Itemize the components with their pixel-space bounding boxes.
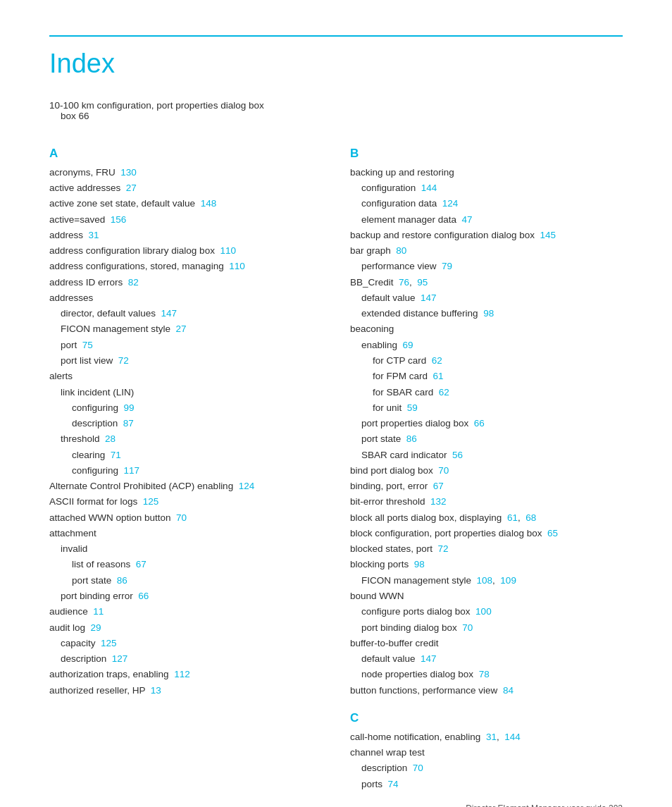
entry-configuring-threshold: configuring 117 bbox=[49, 463, 322, 479]
entry-ascii: ASCII format for logs 125 bbox=[49, 494, 322, 510]
entry-element-mgr-data: element manager data 47 bbox=[350, 212, 623, 228]
entry-channel-description: description 70 bbox=[350, 760, 623, 776]
entry-ctp-card: for CTP card 62 bbox=[350, 353, 623, 369]
entry-threshold: threshold 28 bbox=[49, 431, 322, 447]
entry-beaconing: beaconing bbox=[350, 321, 623, 337]
entry-backup-restore: backup and restore configuration dialog … bbox=[350, 228, 623, 243]
entry-fpm-card: for FPM card 61 bbox=[350, 369, 623, 384]
right-column: B backing up and restoring configuration… bbox=[350, 134, 623, 792]
section-a-header: A bbox=[49, 147, 322, 161]
entry-capacity: capacity 125 bbox=[49, 636, 322, 651]
entry-sbar-card: for SBAR card 62 bbox=[350, 385, 623, 400]
entry-bind-port: bind port dialog box 70 bbox=[350, 463, 623, 479]
entry-channel-wrap: channel wrap test bbox=[350, 745, 623, 760]
entry-port-state: port state 86 bbox=[49, 573, 322, 589]
section-b-header: B bbox=[350, 147, 623, 161]
entry-lin: link incident (LIN) bbox=[49, 385, 322, 400]
entry-active-zone: active zone set state, default value 148 bbox=[49, 196, 322, 211]
entry-address-configs: address configurations, stored, managing… bbox=[49, 259, 322, 274]
entry-director-default: director, default values 147 bbox=[49, 306, 322, 321]
entry-lin-description: description 87 bbox=[49, 416, 322, 431]
entry-lin-configuring: configuring 99 bbox=[49, 400, 322, 416]
entry-bar-graph: bar graph 80 bbox=[350, 243, 623, 259]
entry-enabling: enabling 69 bbox=[350, 338, 623, 353]
entry-configuration-data: configuration data 124 bbox=[350, 196, 623, 211]
entry-default-value-bb: default value 147 bbox=[350, 290, 623, 306]
entry-ficon-mgmt: FICON management style 27 bbox=[49, 321, 322, 337]
entry-port-props-dialog: port properties dialog box 66 bbox=[350, 416, 623, 431]
entry-bb-credit: BB_Credit 76, 95 bbox=[350, 275, 623, 290]
intro-entry: 10-100 km configuration, port properties… bbox=[49, 100, 623, 121]
entry-active-saved: active=saved 156 bbox=[49, 212, 322, 228]
entry-attached-wwn: attached WWN option button 70 bbox=[49, 510, 322, 526]
entry-extended-dist: extended distance buffering 98 bbox=[350, 306, 623, 321]
entry-port-state-beaconing: port state 86 bbox=[350, 431, 623, 447]
entry-auth-traps: authorization traps, enabling 112 bbox=[49, 667, 322, 682]
entry-node-props: node properties dialog box 78 bbox=[350, 667, 623, 682]
entry-block-config: block configuration, port properties dia… bbox=[350, 526, 623, 541]
entry-call-home: call-home notification, enabling 31, 144 bbox=[350, 729, 623, 745]
left-column: A acronyms, FRU 130 active addresses 27 … bbox=[49, 134, 322, 792]
entry-address: address 31 bbox=[49, 228, 322, 243]
page-footer: Director Element Manager user guide 203 bbox=[466, 803, 623, 807]
entry-blocked-states: blocked states, port 72 bbox=[350, 541, 623, 557]
entry-bit-error: bit-error threshold 132 bbox=[350, 494, 623, 510]
entry-btb-credit: buffer-to-buffer credit bbox=[350, 636, 623, 651]
entry-port-binding-dialog: port binding dialog box 70 bbox=[350, 620, 623, 636]
entry-port-list-view: port list view 72 bbox=[49, 353, 322, 369]
entry-clearing: clearing 71 bbox=[49, 448, 322, 463]
entry-configuration: configuration 144 bbox=[350, 180, 623, 196]
entry-addresses: addresses bbox=[49, 290, 322, 306]
entry-bound-wwn: bound WWN bbox=[350, 589, 623, 604]
entry-address-config-lib: address configuration library dialog box… bbox=[49, 243, 322, 259]
page-title: Index bbox=[49, 49, 623, 79]
page: Index 10-100 km configuration, port prop… bbox=[0, 0, 672, 807]
entry-acp: Alternate Control Prohibited (ACP) enabl… bbox=[49, 479, 322, 494]
entry-attachment: attachment bbox=[49, 526, 322, 541]
intro-text: 10-100 km configuration, port properties… bbox=[49, 100, 264, 111]
entry-configure-ports-dialog: configure ports dialog box 100 bbox=[350, 604, 623, 620]
entry-ficon-blocking: FICON management style 108, 109 bbox=[350, 573, 623, 589]
intro-num: 66 bbox=[79, 111, 89, 121]
entry-perf-view: performance view 79 bbox=[350, 259, 623, 274]
entry-blocking-ports: blocking ports 98 bbox=[350, 557, 623, 572]
top-rule bbox=[49, 35, 623, 37]
section-c-header: C bbox=[350, 711, 623, 725]
entry-acronyms: acronyms, FRU 130 bbox=[49, 165, 322, 180]
entry-for-unit: for unit 59 bbox=[350, 400, 623, 416]
entry-audit-log: audit log 29 bbox=[49, 620, 322, 636]
entry-block-all-ports: block all ports dialog box, displaying 6… bbox=[350, 510, 623, 526]
entry-port-binding-error: port binding error 66 bbox=[49, 589, 322, 604]
entry-sbar-indicator: SBAR card indicator 56 bbox=[350, 448, 623, 463]
two-column-layout: A acronyms, FRU 130 active addresses 27 … bbox=[49, 134, 623, 792]
entry-alerts: alerts bbox=[49, 369, 322, 384]
intro-indent: box 66 bbox=[49, 111, 89, 121]
entry-description-audit: description 127 bbox=[49, 651, 322, 667]
entry-binding-port-error: binding, port, error 67 bbox=[350, 479, 623, 494]
entry-audience: audience 11 bbox=[49, 604, 322, 620]
entry-button-functions: button functions, performance view 84 bbox=[350, 683, 623, 698]
entry-authorized-reseller: authorized reseller, HP 13 bbox=[49, 683, 322, 698]
entry-list-reasons: list of reasons 67 bbox=[49, 557, 322, 572]
entry-port: port 75 bbox=[49, 338, 322, 353]
entry-invalid: invalid bbox=[49, 541, 322, 557]
entry-address-id-errors: address ID errors 82 bbox=[49, 275, 322, 290]
entry-active-addresses: active addresses 27 bbox=[49, 180, 322, 196]
entry-channel-ports: ports 74 bbox=[350, 777, 623, 792]
entry-backing-up: backing up and restoring bbox=[350, 165, 623, 180]
entry-default-value-btb: default value 147 bbox=[350, 651, 623, 667]
